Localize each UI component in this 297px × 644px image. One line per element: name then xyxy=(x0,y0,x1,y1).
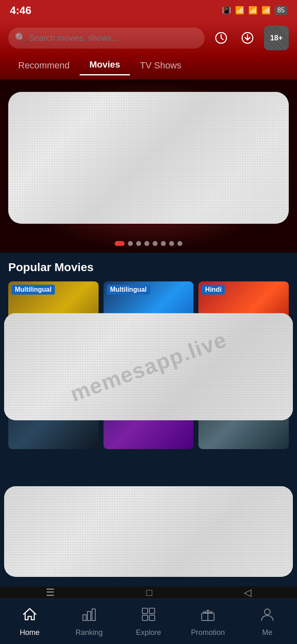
header: 🔍 18+ xyxy=(0,21,297,55)
hero-banner[interactable] xyxy=(0,80,297,253)
promotion-icon xyxy=(200,607,216,626)
svg-point-13 xyxy=(264,609,270,615)
nav-tabs: Recommend Movies TV Shows xyxy=(0,55,297,80)
svg-rect-5 xyxy=(83,615,86,621)
home-gesture[interactable]: □ xyxy=(146,587,153,598)
menu-gesture[interactable]: ☰ xyxy=(46,587,55,598)
status-bar: 4:46 📳 📶 📶 📶 85 xyxy=(0,0,297,21)
dot-1 xyxy=(115,241,125,246)
svg-rect-10 xyxy=(142,615,148,621)
svg-rect-8 xyxy=(142,608,148,614)
watermark-overlay-2 xyxy=(4,486,293,577)
slide-indicators xyxy=(0,241,297,246)
download-button[interactable] xyxy=(238,28,257,48)
explore-icon xyxy=(141,607,156,626)
home-icon xyxy=(22,607,38,626)
gesture-bar: ☰ □ ◁ xyxy=(0,586,297,599)
dot-4 xyxy=(144,241,149,246)
dot-2 xyxy=(128,241,133,246)
nav-label-explore: Explore xyxy=(136,628,161,637)
signal-icon-1: 📶 xyxy=(248,6,257,15)
bottom-nav: Home Ranking Explore xyxy=(0,599,297,644)
watermark-text: memesapp.live xyxy=(67,327,230,407)
nav-item-explore[interactable]: Explore xyxy=(128,607,169,637)
search-icon: 🔍 xyxy=(15,33,26,43)
lang-badge-animal: Multilingual xyxy=(107,285,150,295)
watermark-noise-1: memesapp.live xyxy=(4,313,293,420)
status-icons: 📳 📶 📶 📶 85 xyxy=(222,6,287,15)
dot-8 xyxy=(177,241,182,246)
svg-rect-6 xyxy=(87,611,91,621)
hero-card-noise xyxy=(8,92,289,224)
watermark-noise-2 xyxy=(4,486,293,577)
back-gesture[interactable]: ◁ xyxy=(244,587,251,598)
vibrate-icon: 📳 xyxy=(222,6,231,15)
me-icon xyxy=(259,607,275,626)
dot-3 xyxy=(136,241,141,246)
tab-movies[interactable]: Movies xyxy=(80,55,130,75)
battery-indicator: 85 xyxy=(275,6,287,15)
watermark-overlay-1: memesapp.live xyxy=(4,313,293,420)
nav-item-promotion[interactable]: Promotion xyxy=(187,607,229,637)
nav-label-promotion: Promotion xyxy=(191,628,225,637)
dot-5 xyxy=(153,241,158,246)
lang-badge-matka: Multilingual xyxy=(12,285,55,295)
svg-rect-11 xyxy=(149,615,155,621)
nav-label-home: Home xyxy=(20,628,40,637)
ranking-icon xyxy=(81,607,97,626)
wifi-icon: 📶 xyxy=(235,6,244,15)
nav-label-me: Me xyxy=(262,628,272,637)
search-wrapper[interactable]: 🔍 xyxy=(8,28,205,49)
signal-icon-2: 📶 xyxy=(262,6,271,15)
tab-tvshows[interactable]: TV Shows xyxy=(130,55,191,75)
dot-7 xyxy=(169,241,174,246)
nav-item-me[interactable]: Me xyxy=(247,607,288,637)
lang-badge-sonic: Hindi xyxy=(202,285,225,295)
svg-rect-9 xyxy=(149,608,155,614)
history-button[interactable] xyxy=(211,28,231,48)
tab-recommend[interactable]: Recommend xyxy=(8,55,80,75)
age-badge: 18+ xyxy=(264,26,289,50)
section-title-popular: Popular Movies xyxy=(8,261,289,274)
nav-item-ranking[interactable]: Ranking xyxy=(68,607,110,637)
nav-label-ranking: Ranking xyxy=(75,628,103,637)
status-time: 4:46 xyxy=(10,4,31,17)
search-input[interactable] xyxy=(8,28,205,49)
svg-rect-7 xyxy=(92,609,95,621)
dot-6 xyxy=(161,241,166,246)
svg-line-2 xyxy=(221,38,223,40)
nav-item-home[interactable]: Home xyxy=(9,607,50,637)
hero-card[interactable] xyxy=(8,92,289,224)
